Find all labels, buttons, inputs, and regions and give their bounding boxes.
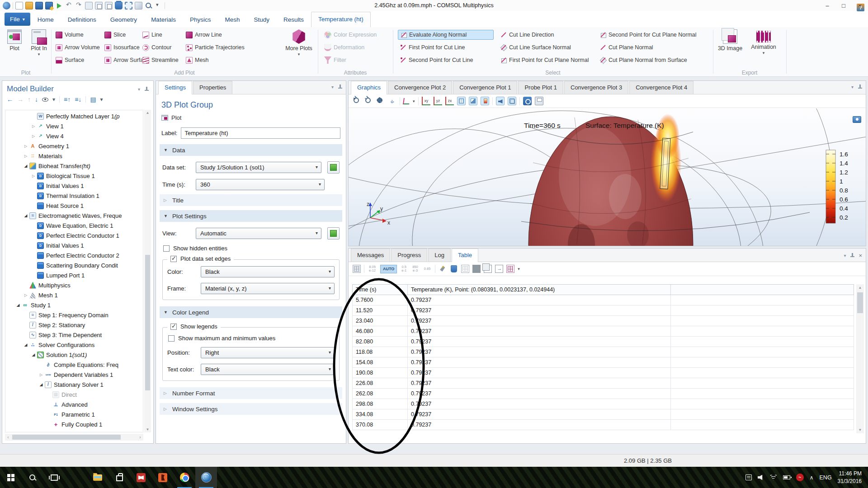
table-row[interactable]: 118.080.79237 (352, 347, 854, 357)
first-point-for-cut-plane-normal-button[interactable]: First Point for Cut Plane Normal (498, 55, 591, 65)
select-frame-icon[interactable] (125, 2, 132, 9)
edge-color-select[interactable]: Black (201, 266, 335, 277)
expander-closed-icon[interactable]: ▷ (30, 134, 37, 138)
table-row[interactable]: 226.080.79237 (352, 378, 854, 389)
delete-table-button[interactable] (451, 265, 457, 272)
section-data[interactable]: ▼Data (160, 144, 342, 156)
pin-icon[interactable] (858, 84, 862, 89)
ribbon-tab-geometry[interactable]: Geometry (104, 13, 144, 27)
slice-button[interactable]: Slice (102, 30, 128, 40)
delete-icon[interactable] (115, 2, 123, 9)
expander-open-icon[interactable]: ◢ (38, 382, 44, 387)
cut-plane-normal-from-surface-button[interactable]: Cut Plane Normal from Surface (598, 55, 689, 65)
section-window-settings[interactable]: ▷Window Settings (160, 403, 342, 415)
show-maxmin-checkbox[interactable] (168, 335, 175, 342)
table-row[interactable]: 11.5200.79237 (352, 305, 854, 316)
new-file-icon[interactable] (15, 2, 23, 9)
run-icon[interactable] (55, 2, 63, 9)
defender-icon[interactable]: ~ (796, 474, 804, 481)
table-row[interactable]: 154.080.79237 (352, 357, 854, 368)
tree-item[interactable]: Step 3: Time Dependent (5, 330, 143, 340)
chevron-down-icon[interactable]: ▾ (851, 84, 854, 89)
snapshot-button[interactable] (523, 97, 532, 105)
mesh-button[interactable]: Mesh (184, 55, 211, 65)
edge-taskbar-button[interactable] (65, 467, 87, 488)
comsol-logo-icon[interactable] (3, 2, 10, 9)
tree-item[interactable]: ▷View 1 (5, 121, 143, 131)
expander-open-icon[interactable]: ◢ (15, 303, 21, 307)
tab-convergence-plot-2[interactable]: Convergence Plot 2 (388, 81, 452, 94)
arrow-line-button[interactable]: Arrow Line (184, 30, 224, 40)
tab-convergence-plot-1[interactable]: Convergence Plot 1 (453, 81, 517, 94)
view-select[interactable]: Automatic (196, 228, 321, 239)
paste-special-icon[interactable] (105, 2, 113, 9)
maximize-button[interactable]: □ (835, 0, 852, 11)
view-xy-button[interactable]: xy (422, 97, 430, 105)
table-vertical-scrollbar[interactable]: ▲ ▼ (856, 284, 864, 433)
expander-closed-icon[interactable]: ▷ (30, 124, 37, 128)
zoom-in-button[interactable] (353, 97, 361, 105)
go-to-view-button[interactable] (403, 98, 410, 104)
ribbon-tab-mesh[interactable]: Mesh (218, 13, 246, 27)
expander-open-icon[interactable]: ◢ (23, 343, 29, 347)
copy-table-button[interactable] (484, 265, 492, 273)
show-hidden-checkbox[interactable] (163, 245, 170, 252)
plot-button[interactable]: Plot (160, 114, 342, 127)
evaluate-along-normal-button[interactable]: Evaluate Along Normal (398, 30, 494, 40)
tab-log[interactable]: Log (428, 249, 451, 262)
tray-chevron-icon[interactable]: ∧ (810, 474, 814, 481)
chevron-down-icon[interactable]: ▾ (138, 87, 140, 92)
plot-table-button[interactable] (506, 265, 514, 273)
tree-item[interactable]: ▷Mesh 1 (5, 290, 143, 300)
zoom-box-button[interactable] (376, 97, 385, 105)
clear-icon[interactable] (135, 2, 142, 9)
table-settings-button[interactable] (353, 265, 361, 273)
cut-line-direction-button[interactable]: Cut Line Direction (498, 30, 556, 40)
arrow-volume-button[interactable]: Arrow Volume (53, 42, 102, 52)
second-point-for-cut-plane-normal-button[interactable]: Second Point for Cut Plane Normal (598, 30, 699, 40)
tree-item[interactable]: Perfect Electric Conductor 2 (5, 250, 143, 260)
expand-all-button[interactable]: ≡↓ (75, 96, 81, 103)
tree-item[interactable]: ◢Stationary Solver 1 (5, 380, 143, 389)
view-zx-button[interactable]: zx (445, 97, 454, 105)
section-title[interactable]: ▷Title (160, 194, 342, 206)
deformation-button[interactable]: Deformation (322, 42, 367, 52)
tab-convergence-plot-4[interactable]: Convergence Plot 4 (629, 81, 693, 94)
tree-item[interactable]: Step 2: Stationary (5, 320, 143, 330)
book-app-taskbar-button[interactable] (130, 467, 152, 488)
caret-button[interactable]: ▾ (52, 96, 55, 103)
file-explorer-taskbar-button[interactable] (87, 467, 108, 488)
pin-icon[interactable] (850, 253, 854, 258)
export-table-button[interactable] (495, 265, 503, 273)
ribbon-tab-home[interactable]: Home (31, 13, 61, 27)
3d-image-button[interactable]: 3D Image (717, 29, 743, 52)
chrome-taskbar-button[interactable] (174, 467, 195, 488)
tree-item[interactable]: Lumped Port 1 (5, 270, 143, 280)
label-input[interactable]: Temperature (ht) (181, 127, 340, 139)
display-precision-button[interactable]: 0.85 (423, 266, 432, 272)
results-table[interactable]: Time (s)Temperature (K), Point: (0.08039… (352, 284, 854, 430)
forward-button[interactable]: → (17, 96, 24, 103)
update-table-button[interactable] (461, 265, 469, 273)
tree-item[interactable]: ▷View 4 (5, 131, 143, 141)
expander-open-icon[interactable]: ◢ (30, 352, 37, 357)
tab-convergence-plot-3[interactable]: Convergence Plot 3 (564, 81, 628, 94)
tree-item[interactable]: Compile Equations: Freq (5, 360, 143, 370)
sound-button[interactable] (496, 97, 505, 105)
tab-progress[interactable]: Progress (391, 249, 427, 262)
table-row[interactable]: 46.0800.79237 (352, 326, 854, 337)
expander-closed-icon[interactable]: ▷ (23, 154, 29, 158)
tree-item[interactable]: ▷Biological Tissue 1 (5, 171, 143, 181)
expander-closed-icon[interactable]: ▷ (23, 144, 29, 148)
table-row[interactable]: 298.080.79237 (352, 399, 854, 409)
tree-item[interactable]: ▷Dependent Variables 1 (5, 370, 143, 380)
color-legend-toggle-button[interactable] (481, 97, 489, 105)
tree-item[interactable]: ◢Bioheat Transfer (ht) (5, 161, 143, 171)
particle-trajectories-button[interactable]: Particle Trajectories (184, 42, 247, 52)
tree-item[interactable]: ▷Materials (5, 151, 143, 161)
tree-item[interactable]: Direct (5, 389, 143, 399)
transparency-button[interactable] (508, 97, 516, 105)
undo-icon[interactable] (65, 2, 73, 9)
tab-graphics[interactable]: Graphics (351, 81, 387, 94)
show-legends-checkbox[interactable] (170, 324, 177, 330)
